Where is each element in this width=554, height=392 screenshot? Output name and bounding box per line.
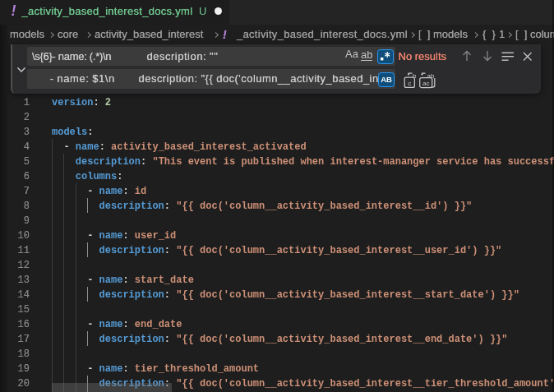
svg-text:b: b (413, 71, 417, 79)
svg-text:ab: ab (427, 71, 435, 79)
svg-text:c: c (408, 79, 411, 86)
svg-text:ac: ac (422, 79, 429, 86)
